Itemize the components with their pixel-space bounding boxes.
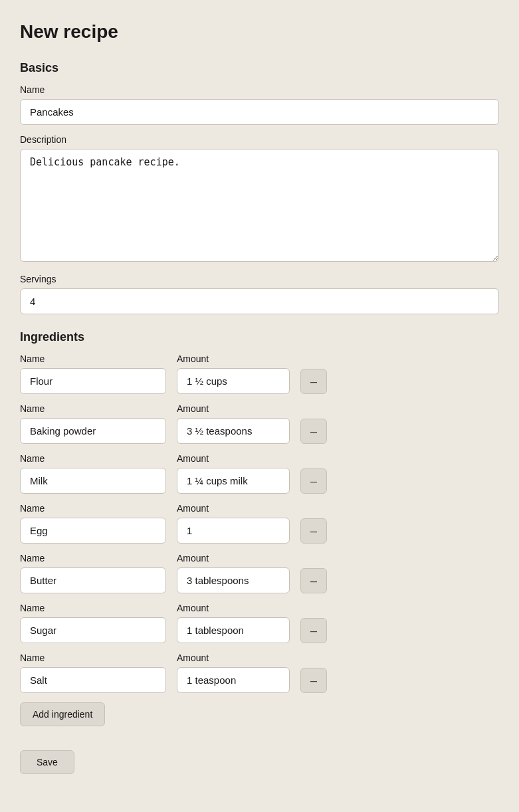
remove-ingredient-button-0[interactable]: – <box>300 369 327 394</box>
ingredient-remove-col-4: – <box>300 568 327 593</box>
ingredient-amount-col-5: Amount <box>177 603 290 643</box>
ingredient-row: Name Amount – <box>20 603 499 643</box>
ingredient-amount-label-1: Amount <box>177 403 290 414</box>
ingredient-amount-label-5: Amount <box>177 603 290 613</box>
ingredient-name-col-3: Name <box>20 503 166 544</box>
ingredient-amount-label-0: Amount <box>177 354 290 364</box>
ingredient-amount-col-4: Amount <box>177 553 290 593</box>
ingredient-amount-label-3: Amount <box>177 503 290 514</box>
ingredient-name-col-2: Name <box>20 453 166 494</box>
ingredient-amount-col-0: Amount <box>177 354 290 394</box>
ingredient-amount-col-1: Amount <box>177 403 290 444</box>
servings-label: Servings <box>20 274 499 284</box>
description-input[interactable]: Delicious pancake recipe. <box>20 149 499 262</box>
ingredient-amount-col-6: Amount <box>177 653 290 693</box>
basics-heading: Basics <box>20 61 499 75</box>
ingredient-amount-col-2: Amount <box>177 453 290 494</box>
ingredient-name-col-1: Name <box>20 403 166 444</box>
ingredients-section: Ingredients Name Amount – Name Amount <box>20 330 499 737</box>
ingredient-row: Name Amount – <box>20 503 499 544</box>
remove-ingredient-button-4[interactable]: – <box>300 568 327 593</box>
ingredient-name-input-3[interactable] <box>20 518 166 544</box>
ingredient-amount-input-1[interactable] <box>177 418 290 444</box>
remove-ingredient-button-3[interactable]: – <box>300 518 327 544</box>
ingredient-remove-col-3: – <box>300 518 327 544</box>
remove-ingredient-button-6[interactable]: – <box>300 668 327 693</box>
ingredient-remove-col-1: – <box>300 419 327 444</box>
ingredient-name-label-5: Name <box>20 603 166 613</box>
remove-ingredient-button-5[interactable]: – <box>300 618 327 643</box>
ingredient-amount-input-2[interactable] <box>177 468 290 494</box>
ingredient-row: Name Amount – <box>20 354 499 394</box>
page-title: New recipe <box>20 21 499 43</box>
ingredient-remove-col-2: – <box>300 468 327 494</box>
ingredient-amount-label-4: Amount <box>177 553 290 563</box>
ingredient-name-col-6: Name <box>20 653 166 693</box>
ingredient-name-input-6[interactable] <box>20 667 166 693</box>
ingredient-amount-input-0[interactable] <box>177 368 290 394</box>
ingredient-name-label-6: Name <box>20 653 166 663</box>
ingredient-name-label-0: Name <box>20 354 166 364</box>
ingredient-row: Name Amount – <box>20 653 499 693</box>
description-label: Description <box>20 134 499 145</box>
ingredient-amount-input-3[interactable] <box>177 518 290 544</box>
ingredient-remove-col-0: – <box>300 369 327 394</box>
ingredient-row: Name Amount – <box>20 453 499 494</box>
ingredient-name-input-2[interactable] <box>20 468 166 494</box>
ingredient-amount-label-6: Amount <box>177 653 290 663</box>
remove-ingredient-button-1[interactable]: – <box>300 419 327 444</box>
ingredients-list: Name Amount – Name Amount – <box>20 354 499 693</box>
ingredient-amount-col-3: Amount <box>177 503 290 544</box>
add-ingredient-button[interactable]: Add ingredient <box>20 702 105 726</box>
ingredient-name-label-4: Name <box>20 553 166 563</box>
ingredients-heading: Ingredients <box>20 330 499 344</box>
ingredient-amount-input-6[interactable] <box>177 667 290 693</box>
ingredient-amount-label-2: Amount <box>177 453 290 464</box>
ingredient-amount-input-5[interactable] <box>177 617 290 643</box>
ingredient-name-input-4[interactable] <box>20 567 166 593</box>
name-input[interactable] <box>20 99 499 125</box>
ingredient-name-col-0: Name <box>20 354 166 394</box>
ingredient-row: Name Amount – <box>20 553 499 593</box>
ingredient-name-label-1: Name <box>20 403 166 414</box>
ingredient-name-input-0[interactable] <box>20 368 166 394</box>
name-label: Name <box>20 84 499 95</box>
ingredient-remove-col-5: – <box>300 618 327 643</box>
remove-ingredient-button-2[interactable]: – <box>300 468 327 494</box>
ingredient-remove-col-6: – <box>300 668 327 693</box>
ingredient-name-col-4: Name <box>20 553 166 593</box>
ingredient-amount-input-4[interactable] <box>177 567 290 593</box>
servings-input[interactable] <box>20 288 499 314</box>
ingredient-name-input-1[interactable] <box>20 418 166 444</box>
ingredient-name-label-2: Name <box>20 453 166 464</box>
ingredient-name-col-5: Name <box>20 603 166 643</box>
save-button[interactable]: Save <box>20 750 74 774</box>
ingredient-name-label-3: Name <box>20 503 166 514</box>
save-section: Save <box>20 750 499 774</box>
ingredient-name-input-5[interactable] <box>20 617 166 643</box>
ingredient-row: Name Amount – <box>20 403 499 444</box>
basics-section: Basics Name Description Delicious pancak… <box>20 61 499 314</box>
